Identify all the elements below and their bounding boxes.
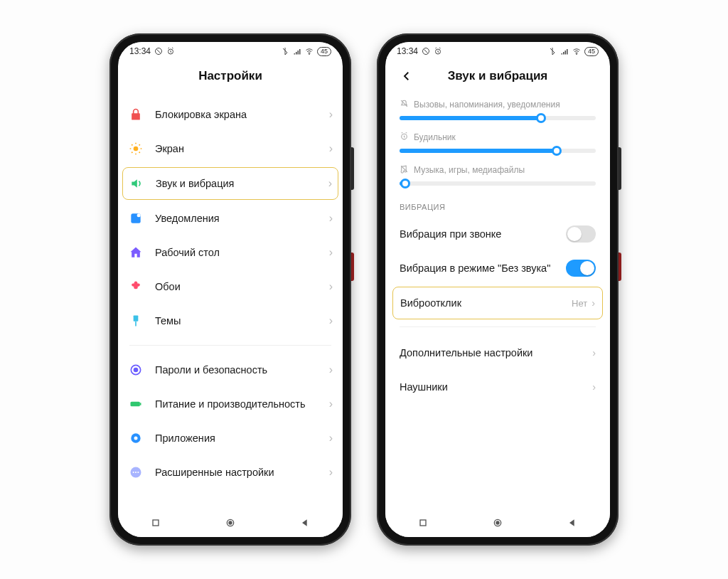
svg-rect-11 [140,403,141,405]
wifi-icon [305,47,314,55]
battery-icon [128,396,144,412]
row-vibrate-call[interactable]: Вибрация при звонке [385,217,610,251]
svg-point-2 [309,54,309,55]
row-home-screen[interactable]: Рабочий стол › [118,235,343,270]
row-haptic-feedback[interactable]: Виброотклик Нет › [392,287,603,319]
slider-thumb[interactable] [552,146,562,156]
svg-point-20 [229,521,232,524]
wifi-icon [572,47,581,55]
status-right: 45 [281,47,331,56]
chevron-icon: › [329,108,333,121]
row-apps[interactable]: Приложения › [118,421,343,455]
slider-media: Музыка, игры, медиафайлы [385,157,610,190]
chevron-icon: › [592,297,595,309]
nav-back[interactable] [294,512,316,533]
slider-thumb[interactable] [400,179,410,188]
row-wallpaper[interactable]: Обои › [118,270,343,304]
row-label: Виброотклик [400,297,572,309]
nav-back[interactable] [562,512,583,533]
row-label: Питание и производительность [155,398,329,410]
status-time: 13:34 [129,46,151,56]
bluetooth-icon [281,47,289,55]
row-additional-settings[interactable]: Дополнительные настройки › [385,336,610,370]
chevron-icon: › [329,432,333,445]
chevron-icon: › [592,347,596,358]
nav-recent[interactable] [412,512,434,533]
toggle-vibrate-silent[interactable] [566,260,596,277]
svg-point-27 [496,521,499,524]
chevron-icon: › [329,398,333,410]
row-label: Пароли и безопасность [155,364,329,376]
row-display[interactable]: Экран › [118,132,343,166]
section-vibration: ВИБРАЦИЯ [385,190,610,217]
row-lock-screen[interactable]: Блокировка экрана › [118,97,343,132]
page-title: Настройки [118,60,343,92]
row-label: Звук и вибрация [156,178,328,189]
chevron-icon: › [329,246,333,259]
slider-label: Вызовы, напоминания, уведомления [400,99,596,110]
shield-icon [128,362,144,378]
chevron-icon: › [329,280,333,293]
section-divider [129,345,331,346]
slider-track[interactable] [400,181,596,186]
page-title-text: Звук и вибрация [448,69,548,83]
row-vibrate-silent[interactable]: Вибрация в режиме "Без звука" [385,251,610,285]
svg-point-15 [133,472,134,473]
row-themes[interactable]: Темы › [118,304,343,338]
chevron-icon: › [329,466,333,479]
phone-frame-right: 13:34 45 Звук и вибрация Вызовы, напомин… [377,33,619,546]
svg-rect-25 [420,520,426,526]
nav-recent[interactable] [145,512,166,533]
battery-icon: 45 [584,47,599,56]
signal-icon [560,47,569,55]
row-label: Вибрация в режиме "Без звука" [400,262,566,274]
page-title-text: Настройки [198,69,262,83]
toggle-vibrate-call[interactable] [566,225,596,243]
apps-icon [128,430,144,446]
dnd-icon [422,47,430,55]
slider-alarm: Будильник [385,124,610,157]
slider-label: Будильник [400,132,596,143]
slider-track[interactable] [400,116,596,120]
alarm-small-icon [400,132,409,143]
row-sound-vibration[interactable]: Звук и вибрация › [122,167,338,200]
dnd-icon [154,47,163,55]
status-right: 45 [548,47,599,56]
slider-ringer: Вызовы, напоминания, уведомления [385,92,610,124]
signal-icon [293,47,301,55]
row-passwords-security[interactable]: Пароли и безопасность › [118,353,343,387]
slider-thumb[interactable] [536,113,546,123]
screen-left: 13:34 45 Настройки Блокировка экрана › [118,42,343,537]
battery-icon: 45 [317,47,331,56]
slider-track[interactable] [400,149,596,153]
bell-slash-icon [400,99,409,110]
row-headphones[interactable]: Наушники › [385,370,610,404]
svg-rect-7 [135,322,136,326]
nav-home[interactable] [487,512,508,533]
row-additional-settings[interactable]: Расширенные настройки › [118,455,343,489]
status-left: 13:34 [397,46,442,56]
settings-content[interactable]: Блокировка экрана › Экран › Звук и вибра… [118,92,343,509]
status-left: 13:34 [129,46,175,56]
chevron-icon: › [329,142,333,155]
nav-home[interactable] [220,512,241,533]
screen-right: 13:34 45 Звук и вибрация Вызовы, напомин… [385,42,610,537]
slider-label: Музыка, игры, медиафайлы [400,164,596,176]
row-label: Рабочий стол [155,247,329,258]
row-battery-perf[interactable]: Питание и производительность › [118,387,343,421]
phone-frame-left: 13:34 45 Настройки Блокировка экрана › [109,33,351,546]
status-bar: 13:34 45 [118,42,343,60]
status-bar: 13:34 45 [385,42,610,60]
svg-point-23 [576,54,577,55]
row-label: Экран [155,143,329,154]
nav-bar [118,509,343,537]
row-label: Дополнительные настройки [400,347,592,358]
nav-bar [385,509,610,537]
sound-content[interactable]: Вызовы, напоминания, уведомления Будильн… [385,92,610,509]
volume-icon [129,176,144,191]
brush-icon [128,313,144,329]
row-label: Обои [155,281,329,292]
row-notifications[interactable]: Уведомления › [118,201,343,235]
sun-icon [128,141,144,156]
back-button[interactable] [392,60,421,92]
